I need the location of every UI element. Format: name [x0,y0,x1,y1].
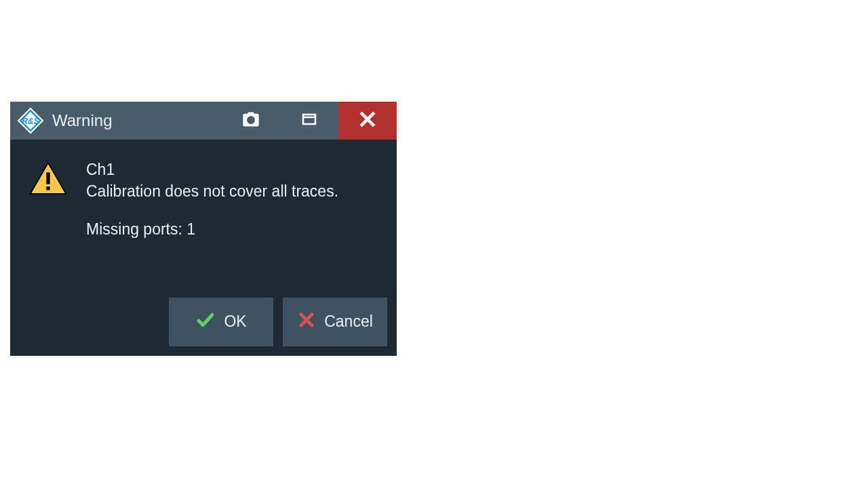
maximize-icon [301,111,317,130]
ok-button[interactable]: OK [169,298,273,346]
camera-icon [241,110,260,131]
message-line2: Missing ports: 1 [86,218,338,240]
titlebar-buttons [222,102,397,140]
svg-rect-4 [303,115,315,124]
cancel-button[interactable]: Cancel [283,298,387,346]
app-logo-icon: R&S [17,107,44,134]
dialog-body: Ch1 Calibration does not cover all trace… [10,140,397,247]
svg-text:R&S: R&S [22,117,39,126]
message-channel: Ch1 [86,159,338,180]
close-icon [358,110,377,131]
check-icon [195,310,216,334]
dialog-footer: OK Cancel [10,288,397,356]
dialog-message: Ch1 Calibration does not cover all trace… [86,159,338,241]
warning-icon [29,159,67,241]
svg-rect-10 [46,186,50,190]
cancel-icon [297,310,316,333]
titlebar: R&S Warning [10,102,397,140]
warning-dialog: R&S Warning [10,102,397,356]
message-line1: Calibration does not cover all traces. [86,180,338,202]
titlebar-left: R&S Warning [10,107,222,134]
svg-point-3 [249,118,254,123]
maximize-button[interactable] [280,102,338,140]
svg-rect-9 [46,172,50,184]
ok-label: OK [224,312,246,331]
dialog-title: Warning [52,111,112,130]
close-button[interactable] [338,102,397,140]
cancel-label: Cancel [324,312,373,331]
screenshot-button[interactable] [222,102,280,140]
